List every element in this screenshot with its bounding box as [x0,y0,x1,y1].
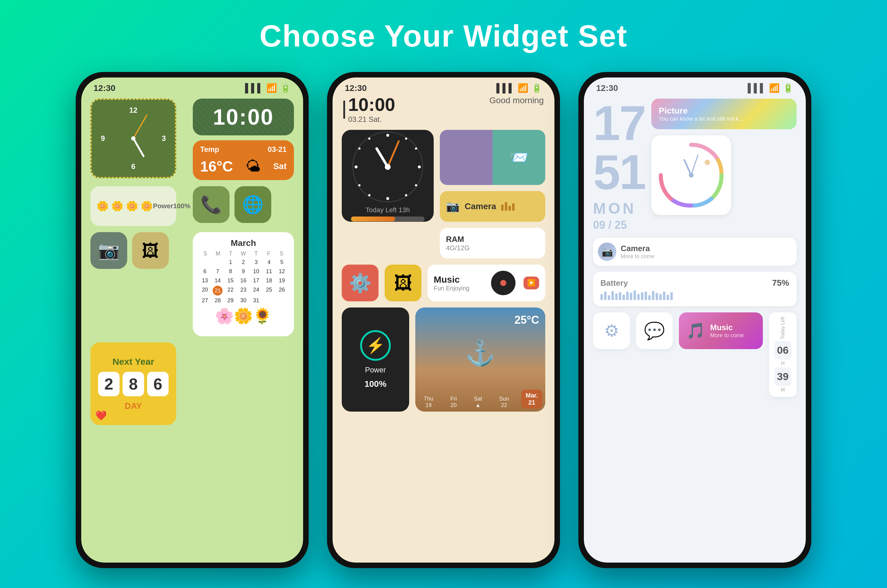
p3-hours: 17 [593,99,645,148]
phone-1-screen: 12:30 ▌▌▌ 📶 🔋 12 3 6 9 [81,78,303,562]
p3-camera-widget: 📷 Camera More to come [593,238,797,266]
next-year-unit: DAY [125,401,142,411]
temp-icon: 🌤 [245,158,261,175]
p2-clock-svg [351,130,424,204]
temp-day: Sat [273,161,287,171]
battery-icon: 🔋 [280,83,291,93]
p3-music-icon: 🎵 [686,322,705,340]
photo-app-icon[interactable]: 🖼 [132,232,169,269]
windmill-icon: ⚓ [465,339,496,368]
clock-center-dot [131,136,135,141]
vinyl-record [491,271,516,295]
p3-music-widget: 🎵 Music More to come [679,312,763,349]
phone-2-status-bar: 12:30 ▌▌▌ 📶 🔋 [332,78,555,96]
p2-music-subtitle: Fun Enjoying [434,285,469,292]
today-left-label: Today Left [780,316,786,339]
heart-icon: ❤️ [95,410,107,421]
p3-chat-widget[interactable]: 💬 [636,312,673,349]
app-icons-row: 📞 🌐 [193,186,294,226]
time-bar-decoration [343,100,345,119]
svg-point-1 [386,134,389,137]
weather-date-badge: Mar.21 [521,390,542,408]
wifi-icon-2: 📶 [518,83,528,93]
power-icons: 🌼 🌼 🌼 🌼 [96,200,153,212]
p2-ram-widget: RAM 4G/12G [440,228,545,258]
wifi-icon-3: 📶 [769,83,780,93]
calendar-day-headers: SMTWTFS [199,250,288,257]
phone-2-content: 10:00 03.21 Sat. Good morning [332,96,555,424]
signal-icon: ▌▌▌ [245,83,263,93]
p2-power-widget: ⚡ Power 100% [342,308,409,412]
calendar-grid: 12345 6789101112 13141516171819 20212223… [199,258,288,305]
phone-2-screen: 12:30 ▌▌▌ 📶 🔋 10:00 03.21 Sat. [332,78,555,562]
ny-digit-2: 8 [123,372,144,396]
p2-greeting: Good morning [490,96,544,105]
p2-time-block: 10:00 03.21 Sat. [343,96,395,124]
power-circle: ⚡ [360,330,391,361]
battery-bars [600,290,789,300]
next-year-title: Next Year [113,357,154,367]
p2-row-3: ⚡ Power 100% 25°C ⚓ Thu19 Fri20 Sat▲ [342,308,545,412]
right-top-col: 10:00 Temp 03-21 16°C 🌤 Sat [193,99,294,180]
digital-time: 10:00 [213,104,274,129]
phones-container: 12:30 ▌▌▌ 📶 🔋 12 3 6 9 [76,72,811,568]
p2-photo-icon[interactable]: 🖼 [385,265,421,302]
p3-gear-widget[interactable]: ⚙ [593,312,630,349]
svg-point-12 [368,138,370,140]
svg-point-11 [358,147,361,150]
p3-music-text: Music More to come [710,323,744,339]
clock-num-9: 9 [101,134,105,143]
camera-photo-row: 📷 🖼 [90,232,186,336]
today-hours: 06 [774,341,791,360]
analog-clock-widget: 12 3 6 9 [90,99,176,178]
temp-date: 03-21 [268,145,287,154]
p2-camera-widget: 📷 Camera [440,191,545,222]
picture-text: Picture You can know a lot and still not… [658,106,743,122]
camera-app-icon[interactable]: 📷 [90,232,127,269]
p2-date: 03.21 Sat. [348,115,395,124]
power-label-p2: Power [365,366,386,374]
next-year-widget: Next Year 2 8 6 DAY ❤️ [90,342,176,425]
phone-2-time: 12:30 [345,83,367,93]
p2-today-left: Today Left 13h [366,206,410,214]
clock-face: 12 3 6 9 [99,105,167,172]
p2-time-content: 10:00 03.21 Sat. [348,96,395,124]
today-minutes: 39 [774,368,791,386]
p2-music-widget: Music Fun Enjoying ▶️ [428,265,545,302]
signal-icon-2: ▌▌▌ [496,83,515,93]
svg-point-5 [405,138,407,140]
p3-row-2: 📷 Camera More to come [593,238,797,266]
clock-num-12: 12 [129,106,138,114]
digital-clock-widget: 10:00 [193,99,294,135]
ram-title: RAM [446,235,539,244]
ny-digit-1: 2 [98,372,120,396]
p3-cam-sub: More to come [621,253,654,260]
flowers-decor: 🌸🌼🌻 [199,307,288,325]
p2-row-1: Today Left 13h 📨 [342,130,545,258]
phone-3-status-bar: 12:30 ▌▌▌ 📶 🔋 [584,78,806,96]
p3-cam-title: Camera [621,244,654,253]
p2-progress-bar [351,216,424,221]
camera-bars [501,202,515,211]
p2-progress-fill [351,216,395,221]
p2-settings-icon[interactable]: ⚙️ [342,265,379,302]
phone-app-icon[interactable]: 📞 [193,186,230,223]
temp-bottom: 16°C 🌤 Sat [200,158,287,175]
music-play-button[interactable]: ▶️ [523,276,539,290]
battery-value: 75% [772,278,789,288]
temp-label: Temp [200,145,219,154]
phone-1-content: 12 3 6 9 10:00 [81,96,303,434]
phone-2: 12:30 ▌▌▌ 📶 🔋 10:00 03.21 Sat. [327,72,560,568]
p3-clock-svg [657,141,725,209]
battery-icon-2: 🔋 [531,83,542,93]
globe-app-icon[interactable]: 🌐 [235,186,271,223]
calendar-widget: March SMTWTFS 12345 6789101112 131415161… [193,232,294,336]
p3-music-sub: More to come [710,332,744,339]
temp-widget: Temp 03-21 16°C 🌤 Sat [193,140,294,180]
purple-half [440,130,493,185]
pic-title: Picture [658,106,743,116]
p2-music-text: Music Fun Enjoying [434,274,469,292]
flower-icon: 🌼 [96,200,109,212]
p3-main-row: 17 51 MON 09 / 25 Picture You can know a… [593,99,797,231]
vinyl-center [500,280,506,286]
